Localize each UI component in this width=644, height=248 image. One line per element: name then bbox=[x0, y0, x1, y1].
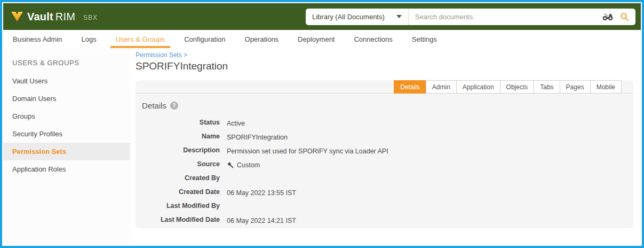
record-tabbar: Details Admin Application Objects Tabs P… bbox=[136, 80, 633, 94]
breadcrumb: Permission Sets > bbox=[136, 51, 633, 59]
chevron-down-icon bbox=[396, 15, 402, 18]
admin-nav-tabs: Business Admin Logs Users & Groups Confi… bbox=[3, 30, 641, 48]
global-search-bar: Library (All Documents) bbox=[306, 9, 635, 25]
app-window: VaultRIM SBX Library (All Documents) bbox=[0, 0, 644, 248]
tab-application[interactable]: Application bbox=[456, 80, 500, 94]
sidebar-heading: USERS & GROUPS bbox=[3, 52, 130, 72]
tab-admin[interactable]: Admin bbox=[426, 80, 457, 94]
field-value bbox=[220, 202, 227, 211]
field-row-last-modified-by: Last Modified By bbox=[136, 202, 633, 211]
tab-details[interactable]: Details bbox=[394, 80, 426, 94]
sidebar-item-application-roles[interactable]: Application Roles bbox=[3, 160, 130, 178]
sidebar-item-groups[interactable]: Groups bbox=[3, 107, 130, 125]
tabbar-rule-left bbox=[136, 80, 394, 94]
top-header-bar: VaultRIM SBX Library (All Documents) bbox=[3, 3, 641, 30]
nav-tab-settings[interactable]: Settings bbox=[412, 30, 437, 48]
environment-badge: SBX bbox=[83, 14, 98, 21]
field-value: Permission set used for SPORIFY sync via… bbox=[220, 146, 388, 156]
library-scope-dropdown[interactable]: Library (All Documents) bbox=[306, 9, 409, 25]
source-value-text: Custom bbox=[237, 161, 260, 169]
logo-text: VaultRIM bbox=[27, 11, 75, 23]
field-row-name: Name SPORIFYIntegration bbox=[136, 133, 633, 142]
content-area: Permission Sets > SPORIFYIntegration Det… bbox=[130, 48, 641, 245]
sidebar: USERS & GROUPS Vault Users Domain Users … bbox=[3, 48, 130, 245]
vault-v-icon bbox=[11, 11, 23, 22]
vault-logo[interactable]: VaultRIM SBX bbox=[11, 11, 98, 23]
field-value: Custom bbox=[220, 160, 260, 169]
tab-objects[interactable]: Objects bbox=[500, 80, 535, 94]
hammer-icon bbox=[227, 161, 234, 169]
search-icon[interactable] bbox=[620, 12, 629, 21]
nav-tab-configuration[interactable]: Configuration bbox=[184, 30, 225, 48]
sidebar-item-security-profiles[interactable]: Security Profiles bbox=[3, 125, 130, 143]
search-input[interactable] bbox=[409, 13, 595, 21]
section-title-details: Details bbox=[142, 101, 166, 110]
field-label: Status bbox=[136, 119, 220, 128]
field-row-description: Description Permission set used for SPOR… bbox=[136, 146, 633, 156]
tab-tabs[interactable]: Tabs bbox=[534, 80, 560, 94]
field-value: 06 May 2022 14:21 IST bbox=[220, 216, 296, 225]
tabbar-rule-right bbox=[622, 80, 633, 94]
field-label: Last Modified By bbox=[136, 202, 220, 211]
field-row-status: Status Active bbox=[136, 119, 633, 128]
field-value: SPORIFYIntegration bbox=[220, 133, 288, 142]
field-label: Created By bbox=[136, 174, 220, 183]
nav-tab-deployment[interactable]: Deployment bbox=[298, 30, 335, 48]
nav-tab-users-groups[interactable]: Users & Groups bbox=[116, 30, 165, 48]
field-label: Name bbox=[136, 133, 220, 142]
tab-mobile[interactable]: Mobile bbox=[590, 80, 622, 94]
field-label: Source bbox=[136, 160, 220, 169]
field-label: Description bbox=[136, 146, 220, 156]
sidebar-item-vault-users[interactable]: Vault Users bbox=[3, 72, 130, 90]
advanced-search-binoculars-icon[interactable] bbox=[602, 13, 614, 21]
nav-tab-connections[interactable]: Connections bbox=[354, 30, 392, 48]
tab-pages[interactable]: Pages bbox=[560, 80, 591, 94]
field-row-created-by: Created By bbox=[136, 174, 633, 183]
page-title: SPORIFYIntegration bbox=[136, 60, 633, 72]
field-label: Last Modified Date bbox=[136, 216, 220, 225]
sidebar-item-domain-users[interactable]: Domain Users bbox=[3, 90, 130, 107]
field-row-source: Source Custom bbox=[136, 160, 633, 169]
help-icon[interactable]: ? bbox=[170, 102, 178, 110]
details-field-list: Status Active Name SPORIFYIntegration De… bbox=[136, 119, 633, 225]
sidebar-item-permission-sets[interactable]: Permission Sets bbox=[3, 143, 130, 160]
field-value: Active bbox=[220, 119, 245, 128]
field-value: 06 May 2022 13:55 IST bbox=[220, 188, 296, 197]
field-label: Created Date bbox=[136, 188, 220, 197]
nav-tab-operations[interactable]: Operations bbox=[245, 30, 279, 48]
nav-tab-logs[interactable]: Logs bbox=[82, 30, 97, 48]
nav-tab-business-admin[interactable]: Business Admin bbox=[13, 30, 62, 48]
breadcrumb-separator: > bbox=[184, 51, 187, 59]
field-row-created-date: Created Date 06 May 2022 13:55 IST bbox=[136, 188, 633, 197]
details-panel: Details Admin Application Objects Tabs P… bbox=[136, 80, 633, 228]
field-value bbox=[220, 174, 227, 183]
field-row-last-modified-date: Last Modified Date 06 May 2022 14:21 IST bbox=[136, 216, 633, 225]
breadcrumb-permission-sets-link[interactable]: Permission Sets bbox=[136, 51, 182, 59]
